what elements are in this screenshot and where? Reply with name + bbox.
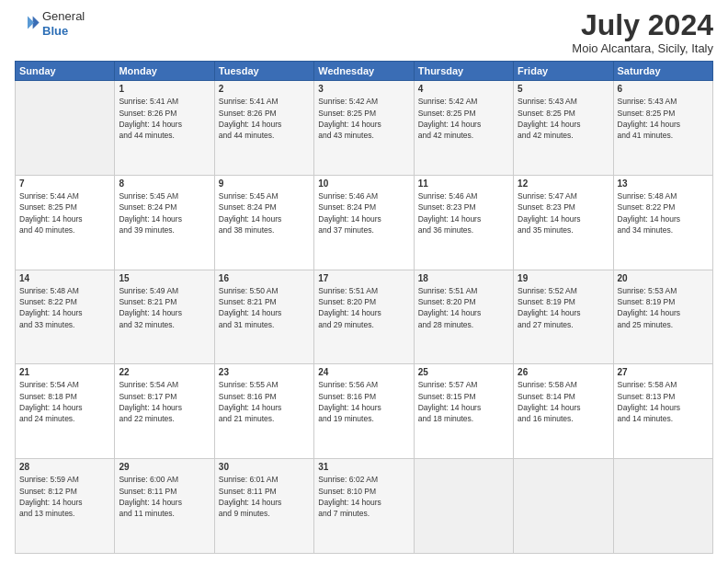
cell-info-4: Sunrise: 5:42 AMSunset: 8:25 PMDaylight:… [418, 96, 509, 141]
logo-blue: Blue [42, 24, 68, 38]
cell-w4-d4 [414, 459, 513, 554]
header-friday: Friday [514, 62, 613, 81]
cell-w2-d1: 15Sunrise: 5:49 AMSunset: 8:21 PMDayligh… [115, 270, 214, 364]
day-num-31: 31 [318, 462, 409, 472]
cell-w0-d1: 1Sunrise: 5:41 AMSunset: 8:26 PMDaylight… [115, 81, 214, 176]
cell-info-2: Sunrise: 5:41 AMSunset: 8:26 PMDaylight:… [219, 96, 310, 141]
cell-info-30: Sunrise: 6:01 AMSunset: 8:11 PMDaylight:… [219, 474, 310, 519]
cell-w2-d6: 20Sunrise: 5:53 AMSunset: 8:19 PMDayligh… [613, 270, 712, 364]
logo-general: General [42, 9, 85, 24]
header-thursday: Thursday [414, 62, 513, 81]
cell-w3-d0: 21Sunrise: 5:54 AMSunset: 8:18 PMDayligh… [16, 364, 115, 459]
weekday-header-row: Sunday Monday Tuesday Wednesday Thursday… [16, 62, 713, 81]
cell-w3-d5: 26Sunrise: 5:58 AMSunset: 8:14 PMDayligh… [514, 364, 613, 459]
cell-w4-d5 [514, 459, 613, 554]
day-num-21: 21 [19, 367, 110, 377]
week-row-3: 21Sunrise: 5:54 AMSunset: 8:18 PMDayligh… [16, 364, 713, 459]
cell-info-14: Sunrise: 5:48 AMSunset: 8:22 PMDaylight:… [19, 285, 110, 330]
cell-info-24: Sunrise: 5:56 AMSunset: 8:16 PMDaylight:… [318, 379, 409, 424]
cell-info-22: Sunrise: 5:54 AMSunset: 8:17 PMDaylight:… [119, 379, 210, 424]
day-num-27: 27 [618, 367, 709, 377]
logo-icon [15, 11, 40, 37]
week-row-0: 1Sunrise: 5:41 AMSunset: 8:26 PMDaylight… [16, 81, 713, 176]
cell-info-5: Sunrise: 5:43 AMSunset: 8:25 PMDaylight:… [518, 96, 609, 141]
header-wednesday: Wednesday [314, 62, 414, 81]
day-num-29: 29 [119, 462, 210, 472]
cell-w3-d2: 23Sunrise: 5:55 AMSunset: 8:16 PMDayligh… [214, 364, 313, 459]
cell-w1-d0: 7Sunrise: 5:44 AMSunset: 8:25 PMDaylight… [16, 175, 115, 270]
day-num-15: 15 [119, 273, 210, 283]
cell-w4-d0: 28Sunrise: 5:59 AMSunset: 8:12 PMDayligh… [16, 459, 115, 554]
day-num-18: 18 [418, 273, 509, 283]
cell-w3-d4: 25Sunrise: 5:57 AMSunset: 8:15 PMDayligh… [414, 364, 513, 459]
week-row-2: 14Sunrise: 5:48 AMSunset: 8:22 PMDayligh… [16, 270, 713, 364]
cell-w0-d5: 5Sunrise: 5:43 AMSunset: 8:25 PMDaylight… [514, 81, 613, 176]
cell-w3-d3: 24Sunrise: 5:56 AMSunset: 8:16 PMDayligh… [314, 364, 414, 459]
cell-w1-d6: 13Sunrise: 5:48 AMSunset: 8:22 PMDayligh… [613, 175, 712, 270]
cell-w3-d6: 27Sunrise: 5:58 AMSunset: 8:13 PMDayligh… [613, 364, 712, 459]
day-num-14: 14 [19, 273, 110, 283]
week-row-4: 28Sunrise: 5:59 AMSunset: 8:12 PMDayligh… [16, 459, 713, 554]
cell-w0-d2: 2Sunrise: 5:41 AMSunset: 8:26 PMDaylight… [214, 81, 313, 176]
calendar-table: Sunday Monday Tuesday Wednesday Thursday… [15, 61, 713, 554]
cell-info-19: Sunrise: 5:52 AMSunset: 8:19 PMDaylight:… [518, 285, 609, 330]
day-num-3: 3 [318, 84, 409, 94]
cell-w4-d2: 30Sunrise: 6:01 AMSunset: 8:11 PMDayligh… [214, 459, 313, 554]
cell-w3-d1: 22Sunrise: 5:54 AMSunset: 8:17 PMDayligh… [115, 364, 214, 459]
day-num-10: 10 [318, 178, 409, 189]
cell-w0-d3: 3Sunrise: 5:42 AMSunset: 8:25 PMDaylight… [314, 81, 414, 176]
cell-info-17: Sunrise: 5:51 AMSunset: 8:20 PMDaylight:… [318, 285, 409, 330]
subtitle: Moio Alcantara, Sicily, Italy [572, 41, 713, 55]
header-tuesday: Tuesday [214, 62, 313, 81]
cell-info-27: Sunrise: 5:58 AMSunset: 8:13 PMDaylight:… [618, 379, 709, 424]
cell-info-13: Sunrise: 5:48 AMSunset: 8:22 PMDaylight:… [618, 190, 709, 236]
cell-info-29: Sunrise: 6:00 AMSunset: 8:11 PMDaylight:… [119, 474, 210, 519]
day-num-6: 6 [618, 84, 709, 94]
cell-info-8: Sunrise: 5:45 AMSunset: 8:24 PMDaylight:… [119, 190, 210, 236]
header-sunday: Sunday [16, 62, 115, 81]
day-num-26: 26 [518, 367, 609, 377]
cell-w1-d2: 9Sunrise: 5:45 AMSunset: 8:24 PMDaylight… [214, 175, 313, 270]
cell-info-20: Sunrise: 5:53 AMSunset: 8:19 PMDaylight:… [618, 285, 709, 330]
cell-w2-d2: 16Sunrise: 5:50 AMSunset: 8:21 PMDayligh… [214, 270, 313, 364]
cell-w1-d5: 12Sunrise: 5:47 AMSunset: 8:23 PMDayligh… [514, 175, 613, 270]
cell-w2-d4: 18Sunrise: 5:51 AMSunset: 8:20 PMDayligh… [414, 270, 513, 364]
page: General Blue July 2024 Moio Alcantara, S… [0, 0, 728, 563]
cell-info-21: Sunrise: 5:54 AMSunset: 8:18 PMDaylight:… [19, 379, 110, 424]
day-num-7: 7 [19, 178, 110, 189]
cell-w1-d3: 10Sunrise: 5:46 AMSunset: 8:24 PMDayligh… [314, 175, 414, 270]
cell-w0-d6: 6Sunrise: 5:43 AMSunset: 8:25 PMDaylight… [613, 81, 712, 176]
day-num-13: 13 [618, 178, 709, 189]
day-num-22: 22 [119, 367, 210, 377]
cell-info-10: Sunrise: 5:46 AMSunset: 8:24 PMDaylight:… [318, 190, 409, 236]
day-num-25: 25 [418, 367, 509, 377]
header-saturday: Saturday [613, 62, 712, 81]
header-monday: Monday [115, 62, 214, 81]
logo: General Blue [15, 9, 85, 38]
day-num-5: 5 [518, 84, 609, 94]
cell-info-18: Sunrise: 5:51 AMSunset: 8:20 PMDaylight:… [418, 285, 509, 330]
cell-w2-d5: 19Sunrise: 5:52 AMSunset: 8:19 PMDayligh… [514, 270, 613, 364]
title-block: July 2024 Moio Alcantara, Sicily, Italy [572, 9, 713, 55]
cell-info-11: Sunrise: 5:46 AMSunset: 8:23 PMDaylight:… [418, 190, 509, 236]
day-num-19: 19 [518, 273, 609, 283]
cell-w0-d4: 4Sunrise: 5:42 AMSunset: 8:25 PMDaylight… [414, 81, 513, 176]
header: General Blue July 2024 Moio Alcantara, S… [15, 9, 713, 55]
day-num-16: 16 [219, 273, 310, 283]
cell-info-25: Sunrise: 5:57 AMSunset: 8:15 PMDaylight:… [418, 379, 509, 424]
cell-info-31: Sunrise: 6:02 AMSunset: 8:10 PMDaylight:… [318, 474, 409, 519]
cell-info-1: Sunrise: 5:41 AMSunset: 8:26 PMDaylight:… [119, 96, 210, 141]
cell-w4-d3: 31Sunrise: 6:02 AMSunset: 8:10 PMDayligh… [314, 459, 414, 554]
day-num-24: 24 [318, 367, 409, 377]
cell-w4-d1: 29Sunrise: 6:00 AMSunset: 8:11 PMDayligh… [115, 459, 214, 554]
week-row-1: 7Sunrise: 5:44 AMSunset: 8:25 PMDaylight… [16, 175, 713, 270]
day-num-20: 20 [618, 273, 709, 283]
day-num-17: 17 [318, 273, 409, 283]
day-num-23: 23 [219, 367, 310, 377]
day-num-30: 30 [219, 462, 310, 472]
cell-info-7: Sunrise: 5:44 AMSunset: 8:25 PMDaylight:… [19, 190, 110, 236]
cell-w2-d0: 14Sunrise: 5:48 AMSunset: 8:22 PMDayligh… [16, 270, 115, 364]
cell-info-3: Sunrise: 5:42 AMSunset: 8:25 PMDaylight:… [318, 96, 409, 141]
cell-w2-d3: 17Sunrise: 5:51 AMSunset: 8:20 PMDayligh… [314, 270, 414, 364]
main-title: July 2024 [572, 9, 713, 41]
